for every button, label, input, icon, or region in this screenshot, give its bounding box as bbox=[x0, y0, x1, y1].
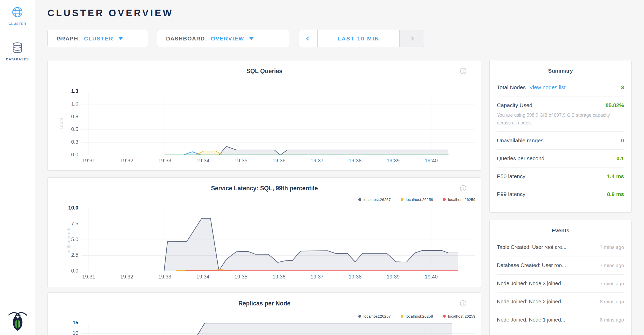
info-icon[interactable] bbox=[460, 185, 467, 192]
x-tick-label: 19:38 bbox=[344, 158, 367, 164]
event-row[interactable]: Node Joined: Node 2 joined...8 mins ago bbox=[497, 293, 624, 311]
dashboard-selector-dropdown[interactable]: DASHBOARD: OVERVIEW bbox=[157, 30, 289, 47]
summary-label: P50 latency bbox=[497, 173, 525, 179]
event-text: Table Created: User root cre... bbox=[497, 244, 566, 250]
summary-row: Capacity Used85.82%You are using 598.9 G… bbox=[497, 96, 624, 132]
x-tick-label: 19:40 bbox=[420, 274, 443, 280]
event-row[interactable]: Node Joined: Node 3 joined...7 mins ago bbox=[497, 275, 624, 293]
chart-legend: localhost:26257localhost:26258localhost:… bbox=[358, 314, 475, 318]
events-panel: Events Table Created: User root cre...7 … bbox=[489, 220, 632, 335]
summary-value: 0 bbox=[621, 137, 624, 144]
y-tick-label: 0.3 bbox=[56, 139, 78, 145]
summary-value: 0.1 bbox=[616, 155, 624, 162]
y-tick-label: 0.5 bbox=[56, 126, 78, 132]
time-range-selector: LAST 10 MIN bbox=[299, 30, 424, 47]
legend-item[interactable]: localhost:26258 bbox=[401, 314, 433, 318]
legend-item[interactable]: localhost:26259 bbox=[443, 197, 475, 202]
event-rows: Table Created: User root cre...7 mins ag… bbox=[497, 238, 624, 329]
x-tick-label: 19:37 bbox=[305, 158, 329, 164]
y-tick-label: 2.5 bbox=[56, 252, 78, 258]
chevron-down-icon bbox=[119, 37, 123, 40]
legend-dot bbox=[443, 198, 446, 201]
y-tick-label: 7.5 bbox=[56, 221, 78, 227]
x-tick-label: 19:34 bbox=[191, 158, 215, 164]
x-tick-label: 19:32 bbox=[115, 274, 139, 280]
time-range-prev-button[interactable] bbox=[299, 30, 317, 47]
x-tick-label: 19:39 bbox=[381, 274, 405, 280]
event-row[interactable]: Node Joined: Node 1 joined...8 mins ago bbox=[497, 311, 624, 329]
event-time: 8 mins ago bbox=[596, 317, 624, 323]
x-tick-label: 19:40 bbox=[420, 158, 443, 164]
legend-item[interactable]: localhost:26257 bbox=[358, 197, 391, 202]
event-time: 7 mins ago bbox=[596, 281, 624, 287]
summary-row: P99 latency8.9 ms bbox=[497, 185, 624, 203]
event-text: Node Joined: Node 2 joined... bbox=[497, 299, 565, 305]
time-range-next-button[interactable] bbox=[400, 30, 424, 47]
info-icon[interactable] bbox=[460, 68, 467, 74]
x-tick-label: 19:38 bbox=[344, 274, 367, 280]
graph-selector-value: CLUSTER bbox=[84, 36, 113, 42]
dashboard-selector-label: DASHBOARD: bbox=[166, 36, 207, 42]
summary-rows: Total NodesView nodes list3Capacity Used… bbox=[497, 79, 624, 203]
summary-value: 85.82% bbox=[606, 102, 624, 108]
sidebar: CLUSTER DATABASES bbox=[0, 0, 35, 335]
chart-title: Replicas per Node bbox=[48, 300, 481, 307]
legend-item[interactable]: localhost:26258 bbox=[401, 197, 433, 202]
summary-panel: Summary Total NodesView nodes list3Capac… bbox=[489, 60, 632, 213]
x-tick-label: 19:37 bbox=[305, 274, 329, 280]
summary-row: Unavailable ranges0 bbox=[497, 132, 624, 150]
summary-label: Unavailable ranges bbox=[497, 137, 544, 143]
cockroach-icon bbox=[8, 310, 28, 331]
legend-label: localhost:26258 bbox=[406, 314, 433, 318]
legend-item[interactable]: localhost:26259 bbox=[443, 314, 475, 318]
y-tick-label: 15 bbox=[56, 320, 78, 326]
view-nodes-list-link[interactable]: View nodes list bbox=[529, 84, 566, 90]
event-row[interactable]: Table Created: User root cre...7 mins ag… bbox=[497, 238, 624, 256]
y-tick-label: 1.0 bbox=[56, 101, 78, 107]
info-icon[interactable] bbox=[460, 300, 467, 307]
sidebar-item-cluster[interactable]: CLUSTER bbox=[0, 6, 35, 26]
y-tick-label: 0.0 bbox=[56, 268, 78, 274]
chevron-down-icon bbox=[249, 37, 254, 40]
event-time: 8 mins ago bbox=[596, 299, 624, 305]
graph-selector-dropdown[interactable]: GRAPH: CLUSTER bbox=[47, 30, 148, 47]
event-text: Node Joined: Node 3 joined... bbox=[497, 281, 565, 287]
summary-row: Total NodesView nodes list3 bbox=[497, 79, 624, 96]
chevron-left-icon bbox=[306, 37, 310, 41]
sidebar-item-label: DATABASES bbox=[0, 57, 35, 61]
x-tick-label: 19:33 bbox=[153, 158, 176, 164]
event-time: 7 mins ago bbox=[596, 245, 624, 250]
x-tick-label: 19:31 bbox=[77, 274, 100, 280]
time-range-value[interactable]: LAST 10 MIN bbox=[317, 30, 400, 47]
legend-item[interactable]: localhost:26257 bbox=[358, 314, 391, 318]
chart-card-service-latency: Service Latency: SQL, 99th percentile lo… bbox=[47, 177, 481, 288]
legend-label: localhost:26257 bbox=[364, 197, 391, 202]
summary-label: Total Nodes bbox=[497, 84, 526, 90]
summary-value: 8.9 ms bbox=[607, 191, 624, 197]
y-tick-label: 5.0 bbox=[56, 236, 78, 242]
y-tick-label: 10.0 bbox=[56, 205, 78, 211]
x-tick-label: 19:35 bbox=[229, 274, 253, 280]
chart-title: Service Latency: SQL, 99th percentile bbox=[48, 185, 481, 192]
event-text: Database Created: User roo... bbox=[497, 262, 566, 268]
cockroachdb-logo[interactable] bbox=[0, 310, 35, 332]
x-tick-label: 19:39 bbox=[381, 158, 405, 164]
event-row[interactable]: Database Created: User roo...7 mins ago bbox=[497, 256, 624, 275]
y-tick-label: 10 bbox=[56, 330, 78, 335]
database-icon bbox=[11, 42, 23, 54]
summary-row-label: P99 latency bbox=[497, 191, 525, 197]
legend-label: localhost:26257 bbox=[364, 314, 391, 318]
event-time: 7 mins ago bbox=[596, 263, 624, 268]
chart-legend: localhost:26257localhost:26258localhost:… bbox=[358, 197, 475, 202]
summary-row-label: Unavailable ranges bbox=[497, 137, 544, 144]
chart-plot-area[interactable] bbox=[81, 208, 475, 271]
x-tick-label: 19:36 bbox=[267, 274, 291, 280]
summary-row: P50 latency1.4 ms bbox=[497, 168, 624, 185]
page-title: CLUSTER OVERVIEW bbox=[47, 8, 173, 19]
sidebar-item-databases[interactable]: DATABASES bbox=[0, 42, 35, 61]
x-tick-label: 19:33 bbox=[153, 274, 176, 280]
chart-plot-area[interactable] bbox=[81, 92, 475, 155]
chart-plot-area[interactable] bbox=[81, 323, 475, 335]
dashboard-selector-value: OVERVIEW bbox=[211, 36, 244, 42]
legend-label: localhost:26259 bbox=[448, 314, 475, 318]
